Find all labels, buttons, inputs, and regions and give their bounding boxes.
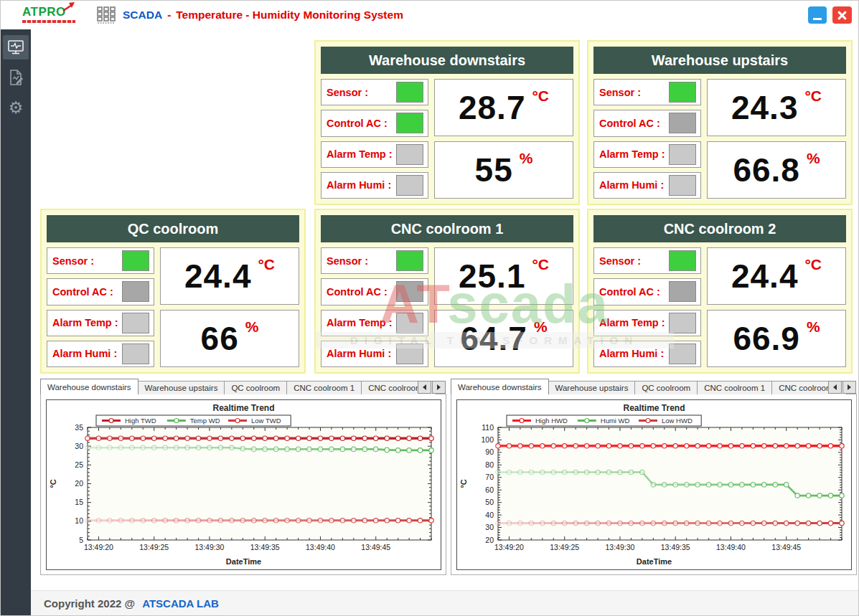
svg-text:50: 50 [485,498,494,506]
alarm-humi-row: Alarm Humi : [321,341,428,367]
temperature-chart-tabs: Warehouse downstairs Warehouse upstairs … [40,379,446,394]
chart-tab-3[interactable]: CNC coolroom 1 [697,381,772,394]
alarm-humi-label: Alarm Humi : [327,348,391,359]
footer: Copyright 2022 @ATSCADA LAB [31,590,859,616]
monitor-panel-4: CNC coolroom 2 Sensor : Control AC : Ala… [587,209,853,374]
chart-tab-0[interactable]: Warehouse downstairs [40,379,139,394]
sensor-indicator [669,82,696,103]
sidebar-item-settings[interactable]: ⚙ [3,95,29,120]
chart-tab-2[interactable]: QC coolroom [224,381,287,394]
svg-text:25: 25 [75,460,83,469]
control-ac-indicator [396,281,423,302]
alarm-humi-row: Alarm Humi : [593,172,701,199]
atscada-lab-link[interactable]: ATSCADA LAB [142,597,219,610]
control-ac-row: Control AC : [593,278,701,305]
sensor-row: Sensor : [321,247,428,274]
alarm-temp-label: Alarm Temp : [599,317,665,328]
humidity-unit: % [807,319,820,334]
control-ac-indicator [396,113,423,133]
sensor-indicator [122,250,149,271]
alarm-temp-indicator [669,313,696,333]
svg-text:Realtime Trend: Realtime Trend [623,403,685,413]
logo-tagline [22,20,75,23]
alarm-temp-indicator [396,313,423,333]
svg-text:110: 110 [482,423,494,432]
chart-tab-0[interactable]: Warehouse downstairs [451,379,549,394]
apps-grid-icon[interactable] [97,6,116,24]
title-bar: ATPRO SCADA-Temperature - Humidity Monit… [1,1,858,29]
humidity-chart-panel: Realtime Trend203040506070809010011013:4… [451,394,857,575]
logo-arrow-icon [62,2,75,15]
alarm-temp-row: Alarm Temp : [321,310,428,336]
humidity-trend-group: Warehouse downstairs Warehouse upstairs … [451,379,857,575]
svg-text:90: 90 [485,447,494,456]
sidebar-item-report[interactable] [3,65,29,90]
humidity-display: 64.7 % [434,310,573,367]
tab-scroll-right-button[interactable] [842,381,856,394]
tab-scroll-buttons [827,381,856,394]
sensor-label: Sensor : [52,255,94,267]
monitor-panel-2: QC coolroom Sensor : Control AC : Alarm … [40,209,306,374]
sensor-row: Sensor : [593,247,701,274]
humidity-chart-tabs: Warehouse downstairs Warehouse upstairs … [451,379,857,394]
temperature-unit: °C [532,88,549,103]
alarm-humi-label: Alarm Humi : [599,179,664,191]
sensor-indicator [669,250,696,271]
chart-tab-2[interactable]: QC coolroom [634,381,698,394]
temperature-display: 24.4 °C [160,247,299,305]
humidity-value: 66.9 [733,322,800,355]
svg-text:DateTime: DateTime [637,557,672,566]
svg-text:20: 20 [485,536,494,544]
svg-text:60: 60 [485,485,494,494]
panel-title: CNC coolroom 1 [321,215,573,242]
panel-title: Warehouse upstairs [593,47,846,74]
arrow-right-icon [437,384,441,390]
tab-scroll-right-button[interactable] [432,381,446,394]
sidebar-item-monitoring[interactable] [3,35,29,60]
minimize-button[interactable] [808,6,827,24]
chart-tab-3[interactable]: CNC coolroom 1 [286,381,362,394]
app-name: SCADA [123,9,162,21]
chart-tab-1[interactable]: Warehouse upstairs [548,381,636,394]
temperature-value: 25.1 [459,260,526,293]
svg-text:High HWD: High HWD [535,417,568,425]
tab-scroll-left-button[interactable] [828,381,842,394]
tab-scroll-left-button[interactable] [418,381,431,394]
main-content: Warehouse downstairs Sensor : Control AC… [31,29,859,590]
humidity-unit: % [534,319,548,334]
humidity-unit: % [245,319,259,334]
sensor-label: Sensor : [599,255,641,267]
indicator-column: Sensor : Control AC : Alarm Temp : Alarm… [593,247,701,367]
sensor-row: Sensor : [321,79,428,105]
alarm-temp-row: Alarm Temp : [47,310,154,336]
indicator-column: Sensor : Control AC : Alarm Temp : Alarm… [593,79,701,199]
app-subtitle: Temperature - Humidity Monitoring System [176,9,403,21]
svg-text:30: 30 [75,442,83,450]
alarm-temp-indicator [122,313,149,333]
svg-text:13:49:25: 13:49:25 [550,543,579,551]
panel-title-text: CNC coolroom 2 [664,221,776,237]
indicator-column: Sensor : Control AC : Alarm Temp : Alarm… [47,247,154,367]
control-ac-row: Control AC : [321,110,428,136]
svg-text:Low HWD: Low HWD [662,417,693,425]
panel-body: Sensor : Control AC : Alarm Temp : Alarm… [593,247,846,367]
humidity-display: 66.9 % [707,310,846,367]
close-button[interactable] [832,6,852,24]
chart-tab-1[interactable]: Warehouse upstairs [138,381,225,394]
humidity-unit: % [520,151,533,166]
svg-text:Temp WD: Temp WD [190,417,220,425]
alarm-temp-label: Alarm Temp : [327,148,393,160]
monitor-panel-3: CNC coolroom 1 Sensor : Control AC : Ala… [314,209,580,374]
temperature-display: 28.7 °C [434,79,573,136]
svg-text:13:49:40: 13:49:40 [306,543,335,551]
svg-text:13:49:45: 13:49:45 [771,543,801,551]
svg-text:10: 10 [75,516,83,525]
alarm-temp-indicator [396,144,423,165]
alarm-temp-row: Alarm Temp : [593,141,701,168]
svg-text:13:49:35: 13:49:35 [250,543,280,551]
panel-body: Sensor : Control AC : Alarm Temp : Alarm… [321,247,573,367]
svg-text:Realtime Trend: Realtime Trend [212,403,274,413]
temperature-trend-group: Warehouse downstairs Warehouse upstairs … [40,379,446,575]
panel-title: Warehouse downstairs [321,47,573,74]
logo-text: ATPRO [22,5,66,19]
